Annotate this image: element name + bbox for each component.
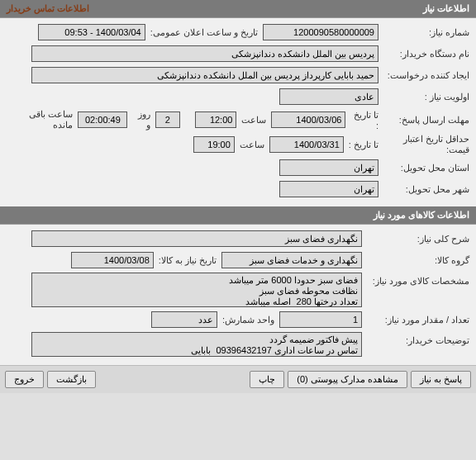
announce-label: تاریخ و ساعت اعلان عمومی: [145,27,263,38]
delivery-city-field [279,181,378,197]
need-number-label: شماره نیاز: [378,27,469,38]
respond-button[interactable]: پاسخ به نیاز [411,371,471,388]
goods-section-body: شرح کلی نیاز: گروه کالا: تاریخ نیاز به ک… [0,225,476,365]
info-section-title: اطلاعات نیاز [423,3,469,13]
unit-field [151,311,217,328]
info-section-header: اطلاعات نیاز اطلاعات تماس خریدار [0,0,476,18]
requester-field [31,67,378,83]
spec-label: مشخصات کالای مورد نیاز: [362,273,469,287]
group-label: گروه کالا: [362,255,469,266]
delivery-province-label: استان محل تحویل: [378,163,469,173]
min-credit-time-label: ساعت [235,140,269,150]
print-button[interactable]: چاپ [250,371,284,388]
main-desc-label: شرح کلی نیاز: [362,234,469,244]
deadline-date-field [271,111,345,128]
goods-section-title: اطلاعات کالاهای مورد نیاز [374,210,469,220]
deadline-label: مهلت ارسال پاسخ: [378,115,469,126]
button-bar: پاسخ به نیاز مشاهده مدارک پیوستی (0) چاپ… [0,365,476,393]
notes-field [31,332,362,357]
days-label: روز و [127,109,155,130]
qty-field [279,311,362,328]
min-credit-label: حداقل تاریخ اعتبار قیمت: [378,134,469,155]
qty-label: تعداد / مقدار مورد نیاز: [362,315,469,325]
buyer-label: نام دستگاه خریدار: [378,49,469,59]
delivery-city-label: شهر محل تحویل: [378,184,469,195]
requester-label: ایجاد کننده درخواست: [378,70,469,81]
days-field [155,111,180,128]
info-section-body: شماره نیاز: تاریخ و ساعت اعلان عمومی: نا… [0,18,476,206]
priority-label: اولویت نیاز : [378,92,469,102]
priority-field [279,88,378,105]
main-desc-field [31,230,362,247]
back-button[interactable]: بازگشت [47,371,96,388]
attachments-button[interactable]: مشاهده مدارک پیوستی (0) [288,371,407,388]
exit-button[interactable]: خروج [5,371,44,388]
delivery-province-field [279,159,378,176]
min-credit-date-field [269,136,344,153]
until-label: تا تاریخ : [345,110,378,130]
need-date-label: تاریخ نیاز به کالا: [154,255,221,266]
unit-label: واحد شمارش: [217,315,279,325]
spec-field [31,273,362,307]
min-credit-until-label: تا تاریخ : [344,140,378,150]
deadline-time-label: ساعت [236,115,271,126]
need-number-field [263,24,378,40]
min-credit-time-field [193,136,235,153]
deadline-time-field [195,111,236,128]
buyer-field [31,45,378,62]
remaining-time-field [78,111,127,128]
notes-label: توضیحات خریدار: [362,332,469,346]
announce-field [38,24,145,40]
goods-section-header: اطلاعات کالاهای مورد نیاز [0,206,476,225]
need-date-field [71,252,154,268]
remaining-label: ساعت باقی مانده [7,109,78,130]
buyer-contact-link[interactable]: اطلاعات تماس خریدار [7,3,89,14]
group-field [221,252,362,268]
